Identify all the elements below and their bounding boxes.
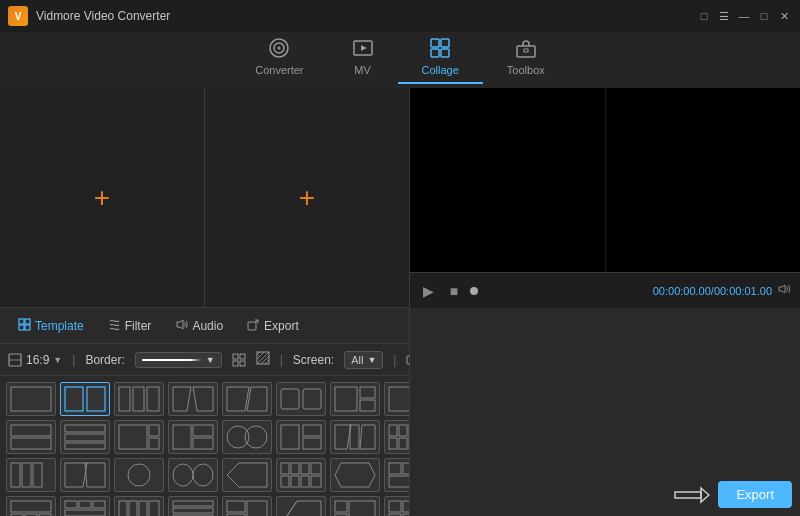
template-25[interactable]	[6, 496, 56, 516]
template-button[interactable]: Template	[8, 314, 94, 338]
svg-rect-49	[11, 425, 51, 436]
template-27[interactable]	[114, 496, 164, 516]
add-media-2-icon: +	[299, 182, 315, 214]
svg-rect-55	[149, 425, 159, 436]
template-30[interactable]	[276, 496, 326, 516]
separator-2: |	[280, 353, 283, 367]
template-7[interactable]	[330, 382, 380, 416]
menu-icon[interactable]: ☰	[716, 8, 732, 24]
tab-mv[interactable]: MV	[328, 31, 398, 84]
template-20[interactable]	[168, 458, 218, 492]
template-31[interactable]	[330, 496, 380, 516]
svg-rect-85	[301, 463, 309, 474]
template-22[interactable]	[276, 458, 326, 492]
template-5[interactable]	[222, 382, 272, 416]
tab-collage[interactable]: Collage	[398, 31, 483, 84]
svg-rect-18	[233, 354, 238, 359]
svg-rect-118	[335, 501, 347, 512]
template-3[interactable]	[114, 382, 164, 416]
template-28[interactable]	[168, 496, 218, 516]
play-button[interactable]: ▶	[418, 281, 438, 301]
grid-view-button[interactable]	[232, 353, 246, 367]
svg-rect-108	[129, 501, 137, 516]
time-display: 00:00:00.00/00:00:01.00	[653, 285, 772, 297]
svg-rect-116	[247, 501, 267, 516]
svg-rect-69	[399, 425, 407, 436]
screen-dropdown[interactable]: All ▼	[344, 351, 383, 369]
minimize-button[interactable]: ―	[736, 8, 752, 24]
svg-rect-68	[389, 425, 397, 436]
template-4[interactable]	[168, 382, 218, 416]
export-button[interactable]: Export	[718, 481, 792, 508]
template-12[interactable]	[168, 420, 218, 454]
diagonal-view-button[interactable]	[256, 351, 270, 368]
maximize-button[interactable]: □	[756, 8, 772, 24]
preview-cell-1[interactable]: +	[0, 88, 205, 307]
svg-rect-96	[11, 501, 51, 512]
preview-cell-2[interactable]: +	[205, 88, 409, 307]
template-9[interactable]	[6, 420, 56, 454]
svg-marker-191	[779, 285, 785, 293]
export-toolbar-button[interactable]: Export	[237, 314, 309, 338]
screen-value: All	[351, 354, 363, 366]
svg-marker-67	[360, 425, 375, 449]
template-8[interactable]	[384, 382, 409, 416]
svg-rect-119	[349, 501, 375, 516]
template-32[interactable]	[384, 496, 409, 516]
border-style-dropdown[interactable]: ▼	[135, 352, 222, 368]
audio-button[interactable]: Audio	[165, 314, 233, 338]
options-bar: 16:9 ▼ | Border: ▼	[0, 344, 409, 376]
stop-button[interactable]: ■	[444, 281, 464, 301]
template-13[interactable]	[222, 420, 272, 454]
template-26[interactable]	[60, 496, 110, 516]
filter-button[interactable]: Filter	[98, 314, 162, 338]
left-toolbar: Template Filter	[0, 308, 409, 344]
toolbox-icon	[515, 37, 537, 62]
border-label: Border:	[85, 353, 124, 367]
main-content: + + Template	[0, 88, 800, 516]
svg-point-2	[278, 47, 281, 50]
template-14[interactable]	[276, 420, 326, 454]
ratio-select[interactable]: 16:9 ▼	[8, 353, 62, 367]
filter-icon	[108, 318, 121, 334]
svg-rect-59	[193, 438, 213, 449]
svg-rect-44	[360, 400, 375, 411]
template-11[interactable]	[114, 420, 164, 454]
title-text: Vidmore Video Converter	[36, 9, 170, 23]
right-preview: ▶ ■ 00:00:00.00/00:00:01.00	[410, 88, 800, 308]
template-17[interactable]	[6, 458, 56, 492]
svg-point-81	[173, 464, 193, 486]
svg-point-61	[245, 426, 267, 448]
right-controls: ▶ ■ 00:00:00.00/00:00:01.00	[410, 272, 800, 308]
template-21[interactable]	[222, 458, 272, 492]
template-1[interactable]	[6, 382, 56, 416]
template-10[interactable]	[60, 420, 110, 454]
tab-converter[interactable]: Converter	[231, 31, 327, 84]
template-16[interactable]	[384, 420, 409, 454]
template-24[interactable]	[384, 458, 409, 492]
template-6[interactable]	[276, 382, 326, 416]
template-18[interactable]	[60, 458, 110, 492]
svg-rect-6	[431, 49, 439, 57]
template-2[interactable]	[60, 382, 110, 416]
template-15[interactable]	[330, 420, 380, 454]
svg-rect-5	[441, 39, 449, 47]
chat-window-icon[interactable]: □	[696, 8, 712, 24]
template-19[interactable]	[114, 458, 164, 492]
svg-rect-66	[350, 425, 359, 449]
svg-rect-77	[33, 463, 42, 487]
svg-rect-40	[281, 389, 299, 409]
svg-rect-56	[149, 438, 159, 449]
svg-rect-7	[441, 49, 449, 57]
converter-label: Converter	[255, 64, 303, 76]
grid-icon	[232, 353, 246, 367]
volume-icon[interactable]	[778, 282, 792, 299]
svg-rect-107	[119, 501, 127, 516]
template-29[interactable]	[222, 496, 272, 516]
template-23[interactable]	[330, 458, 380, 492]
svg-rect-54	[119, 425, 147, 449]
template-label: Template	[35, 319, 84, 333]
svg-rect-89	[301, 476, 309, 487]
tab-toolbox[interactable]: Toolbox	[483, 31, 569, 84]
close-button[interactable]: ✕	[776, 8, 792, 24]
